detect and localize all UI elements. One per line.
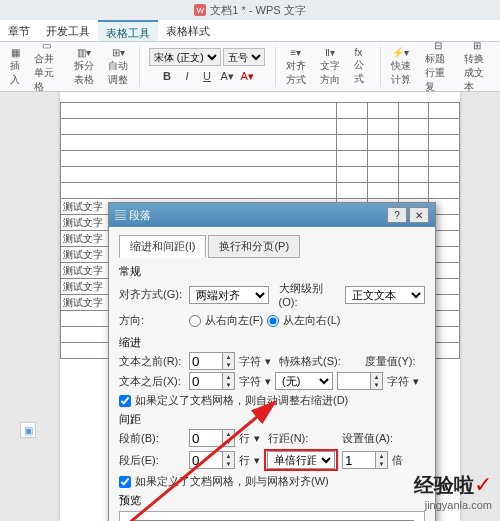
label-align: 对齐方式(G): [119, 287, 185, 302]
radio-rtl[interactable]: 从右向左(F) [189, 313, 263, 328]
line-spacing-select[interactable]: 单倍行距 [267, 451, 335, 469]
table-cell[interactable] [337, 135, 368, 151]
table-cell[interactable] [61, 151, 337, 167]
table-cell[interactable] [398, 119, 429, 135]
metric-spin[interactable]: ▲▼ [337, 372, 383, 390]
radio-ltr[interactable]: 从左向右(L) [267, 313, 340, 328]
bold-button[interactable]: B [158, 67, 176, 85]
ribbon-text-dir[interactable]: Ⅱ▾文字方向 [316, 47, 344, 87]
table-cell[interactable] [61, 135, 337, 151]
table-row[interactable] [61, 167, 460, 183]
label-set-value: 设置值(A): [342, 431, 393, 446]
table-cell[interactable] [398, 183, 429, 199]
table-cell[interactable] [367, 151, 398, 167]
ribbon-merge-cell[interactable]: ▭合并单元格 [30, 40, 64, 94]
table-row[interactable] [61, 135, 460, 151]
table-cell[interactable] [337, 167, 368, 183]
table-cell[interactable] [398, 135, 429, 151]
menu-chapter[interactable]: 章节 [0, 20, 38, 41]
table-row[interactable] [61, 119, 460, 135]
table-cell[interactable] [61, 103, 337, 119]
table-cell[interactable] [398, 167, 429, 183]
before-para-spin[interactable]: ▲▼ [189, 429, 235, 447]
ribbon-titlerepeat[interactable]: ⊟标题行重复 [421, 40, 455, 94]
section-spacing: 间距 [119, 412, 425, 427]
special-fmt-select[interactable]: (无) [275, 372, 333, 390]
table-row[interactable] [61, 151, 460, 167]
watermark-check-icon: ✓ [474, 472, 492, 497]
table-cell[interactable] [429, 151, 460, 167]
menu-devtools[interactable]: 开发工具 [38, 20, 98, 41]
ribbon-autofit[interactable]: ⊞▾自动调整 [104, 47, 132, 87]
checkbox-grid-indent[interactable]: 如果定义了文档网格，则自动调整右缩进(D) [119, 393, 425, 408]
underline-button[interactable]: U [198, 67, 216, 85]
label-after-text: 文本之后(X): [119, 374, 185, 389]
table-cell[interactable] [398, 151, 429, 167]
table-cell[interactable] [429, 103, 460, 119]
app-icon: W [194, 4, 206, 16]
table-row[interactable] [61, 183, 460, 199]
table-cell[interactable] [61, 167, 337, 183]
table-cell[interactable] [367, 135, 398, 151]
table-cell[interactable] [61, 183, 337, 199]
table-cell[interactable] [337, 151, 368, 167]
highlight-button[interactable]: A▾ [218, 67, 236, 85]
dialog-titlebar[interactable]: ▤ 段落 ? ✕ [109, 203, 435, 227]
preview-box [119, 511, 425, 521]
table-cell[interactable] [429, 167, 460, 183]
table-cell[interactable] [337, 103, 368, 119]
menu-table-tools[interactable]: 表格工具 [98, 20, 158, 41]
set-value-spin[interactable]: ▲▼ [342, 451, 388, 469]
font-family-select[interactable]: 宋体 (正文) [149, 48, 221, 66]
table-cell[interactable] [367, 183, 398, 199]
unit-line2: 行 [239, 453, 250, 468]
tab-line-page-break[interactable]: 换行和分页(P) [208, 235, 300, 258]
ribbon-align[interactable]: ≡▾对齐方式 [282, 47, 310, 87]
table-row[interactable] [61, 103, 460, 119]
table-cell[interactable] [429, 183, 460, 199]
watermark: 经验啦✓ jingyanla.com [414, 472, 492, 511]
label-outline: 大纲级别(O): [279, 281, 342, 308]
table-cell[interactable] [398, 103, 429, 119]
table-cell[interactable] [367, 119, 398, 135]
table-cell[interactable] [337, 183, 368, 199]
dialog-close-button[interactable]: ✕ [409, 207, 429, 223]
align-select[interactable]: 两端对齐 [189, 286, 269, 304]
italic-button[interactable]: I [178, 67, 196, 85]
table-cell[interactable] [429, 135, 460, 151]
table-cell[interactable] [337, 119, 368, 135]
label-metric: 度量值(Y): [365, 354, 416, 369]
after-para-spin[interactable]: ▲▼ [189, 451, 235, 469]
ribbon-fx[interactable]: fx 公式 [350, 47, 374, 86]
section-preview: 预览 [119, 493, 425, 508]
ribbon-split-cell[interactable]: ▥▾拆分表格 [70, 47, 98, 87]
dialog-title: 段落 [129, 209, 151, 221]
before-text-spin[interactable]: ▲▼ [189, 352, 235, 370]
tab-indent-spacing[interactable]: 缩进和间距(I) [119, 235, 206, 258]
font-color-button[interactable]: A▾ [238, 67, 256, 85]
section-indent: 缩进 [119, 335, 425, 350]
app-title: 文档1 * - WPS 文字 [210, 3, 305, 18]
menu-table-style[interactable]: 表格样式 [158, 20, 218, 41]
ribbon-insert-row[interactable]: ▦插入 [6, 47, 24, 87]
table-cell[interactable] [61, 119, 337, 135]
checkbox-grid-align[interactable]: 如果定义了文档网格，则与网格对齐(W) [119, 474, 425, 489]
table-cell[interactable] [367, 103, 398, 119]
ribbon-convert[interactable]: ⊞转换成文本 [460, 40, 494, 94]
table-cell[interactable] [367, 167, 398, 183]
dialog-help-button[interactable]: ? [387, 207, 407, 223]
label-special-fmt: 特殊格式(S): [279, 354, 341, 369]
label-line-spacing: 行距(N): [268, 431, 308, 446]
after-text-spin[interactable]: ▲▼ [189, 372, 235, 390]
watermark-brand: 经验啦 [414, 474, 474, 496]
line-spacing-highlight: 单倍行距 [264, 449, 338, 471]
unit-char1: 字符 [239, 354, 261, 369]
outline-select[interactable]: 正文文本 [345, 286, 425, 304]
unit-bei: 倍 [392, 453, 403, 468]
ribbon-quickcalc[interactable]: ⚡▾快速计算 [387, 47, 415, 87]
font-size-select[interactable]: 五号 [223, 48, 265, 66]
watermark-url: jingyanla.com [414, 499, 492, 511]
page-indicator-icon[interactable]: ▣ [20, 422, 36, 438]
app-titlebar: W 文档1 * - WPS 文字 [0, 0, 500, 20]
table-cell[interactable] [429, 119, 460, 135]
